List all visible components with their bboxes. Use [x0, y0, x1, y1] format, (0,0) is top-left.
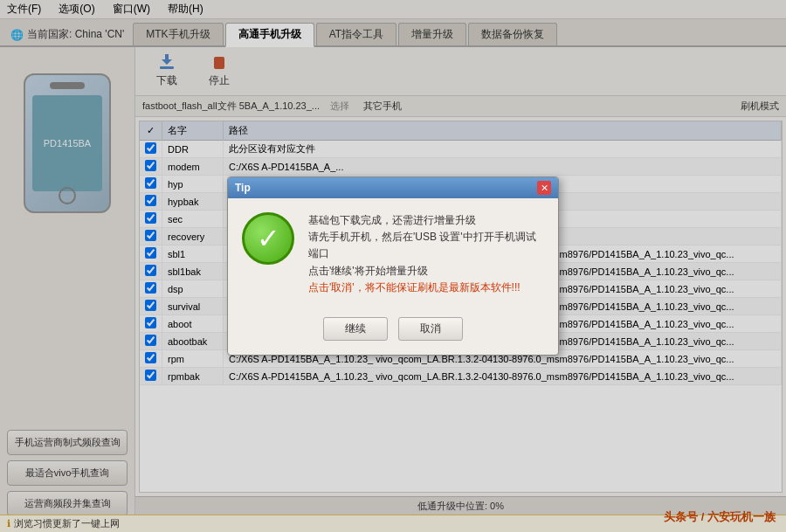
- dialog-line3: 点击'继续'将开始增量升级: [308, 263, 544, 280]
- dialog-body: ✓ 基础包下载完成，还需进行增量升级 请先手机开机，然后在'USB 设置'中打开…: [228, 198, 558, 310]
- dialog-overlay: Tip ✕ ✓ 基础包下载完成，还需进行增量升级 请先手机开机，然后在'USB …: [0, 0, 786, 532]
- dialog-line1: 基础包下载完成，还需进行增量升级: [308, 212, 544, 229]
- dialog-buttons: 继续 取消: [228, 310, 558, 355]
- tip-dialog: Tip ✕ ✓ 基础包下载完成，还需进行增量升级 请先手机开机，然后在'USB …: [227, 176, 559, 356]
- dialog-line2: 请先手机开机，然后在'USB 设置'中打开手机调试端口: [308, 229, 544, 262]
- dialog-close-button[interactable]: ✕: [537, 181, 551, 195]
- dialog-title: Tip: [235, 182, 251, 194]
- continue-button[interactable]: 继续: [323, 317, 388, 341]
- dialog-title-bar: Tip ✕: [228, 177, 558, 198]
- dialog-text: 基础包下载完成，还需进行增量升级 请先手机开机，然后在'USB 设置'中打开手机…: [308, 212, 544, 296]
- cancel-button[interactable]: 取消: [398, 317, 463, 341]
- dialog-success-icon: ✓: [242, 212, 294, 265]
- dialog-line4: 点击'取消'，将不能保证刷机是最新版本软件!!!: [308, 280, 544, 296]
